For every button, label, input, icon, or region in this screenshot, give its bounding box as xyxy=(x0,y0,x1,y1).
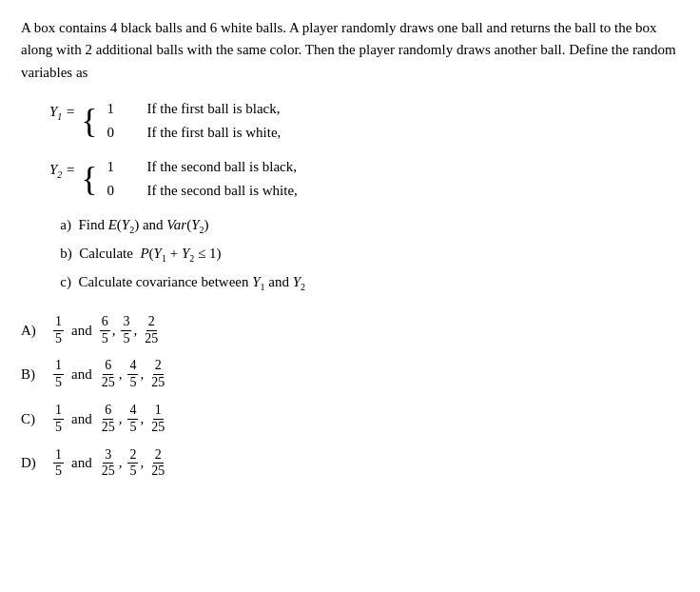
y2-definition: Y2 = { 1 If the second ball is black, 0 … xyxy=(49,155,679,204)
y2-case1-desc: If the second ball is black, xyxy=(147,155,297,180)
y2-case0-desc: If the second ball is white, xyxy=(147,179,298,204)
answer-label-a: A) xyxy=(21,323,51,339)
answer-content-a: 1 5 and 6 5 , 3 5 , 2 25 xyxy=(51,314,162,347)
frac-d4: 2 25 xyxy=(149,447,166,481)
part-b: b) Calculate P(Y1 + Y2 ≤ 1) xyxy=(49,242,679,266)
answer-content-c: 1 5 and 6 25 , 4 5 , 1 25 xyxy=(51,403,168,436)
problem-text: A box contains 4 black balls and 6 white… xyxy=(21,17,679,84)
answer-row-a: A) 1 5 and 6 5 , 3 5 , 2 25 xyxy=(21,314,679,347)
answer-content-d: 1 5 and 3 25 , 2 5 , 2 25 xyxy=(51,447,168,481)
answer-label-b: B) xyxy=(21,366,51,383)
frac-d2: 3 25 xyxy=(100,447,117,481)
frac-b2: 6 25 xyxy=(100,358,117,391)
answer-row-c: C) 1 5 and 6 25 , 4 5 , 1 25 xyxy=(21,403,679,436)
part-a: a) Find E(Y2) and Var(Y2) xyxy=(49,213,679,238)
y1-definition: Y1 = { 1 If the first ball is black, 0 I… xyxy=(49,97,679,146)
answer-content-b: 1 5 and 6 25 , 4 5 , 2 25 xyxy=(51,358,168,391)
frac-c2: 6 25 xyxy=(100,403,117,436)
answer-label-d: D) xyxy=(21,455,51,471)
frac-a3: 3 5 xyxy=(121,314,131,347)
answer-row-b: B) 1 5 and 6 25 , 4 5 , 2 25 xyxy=(21,358,679,391)
frac-a1: 1 5 xyxy=(53,314,64,347)
y1-case0-desc: If the first ball is white, xyxy=(147,121,282,146)
frac-d3: 2 5 xyxy=(127,447,138,481)
frac-b4: 2 25 xyxy=(149,358,166,391)
frac-d1: 1 5 xyxy=(53,447,64,481)
frac-b1: 1 5 xyxy=(53,358,64,391)
answer-row-d: D) 1 5 and 3 25 , 2 5 , 2 25 xyxy=(21,447,679,481)
frac-b3: 4 5 xyxy=(127,358,138,391)
part-c: c) Calculate covariance between Y1 and Y… xyxy=(49,270,679,295)
frac-c1: 1 5 xyxy=(53,403,64,436)
parts-section: a) Find E(Y2) and Var(Y2) b) Calculate P… xyxy=(49,213,679,295)
frac-c4: 1 25 xyxy=(149,403,166,436)
frac-c3: 4 5 xyxy=(127,403,138,436)
answers-section: A) 1 5 and 6 5 , 3 5 , 2 25 B) xyxy=(21,314,679,480)
frac-a4: 2 25 xyxy=(143,314,160,347)
frac-a2: 6 5 xyxy=(100,314,110,347)
y1-case1-desc: If the first ball is black, xyxy=(147,97,281,122)
answer-label-c: C) xyxy=(21,411,51,427)
